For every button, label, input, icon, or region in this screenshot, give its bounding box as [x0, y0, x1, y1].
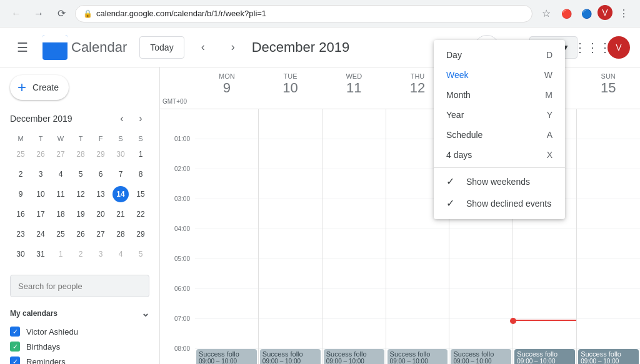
mini-cal-cell-5-1[interactable]: 31: [31, 245, 50, 263]
hour-line-3-7: [386, 319, 449, 349]
mini-cal-cell-1-2[interactable]: 4: [51, 165, 70, 184]
hour-line-0-0: [195, 109, 258, 139]
mini-cal-cell-4-4[interactable]: 27: [91, 225, 110, 243]
mini-cal-cell-5-3[interactable]: 2: [71, 245, 90, 263]
mini-cal-cell-2-3[interactable]: 12: [71, 185, 90, 204]
user-profile-browser-btn[interactable]: V: [598, 5, 612, 20]
mini-cal-cell-4-0[interactable]: 23: [11, 225, 30, 243]
mini-cal-cell-1-6[interactable]: 8: [131, 165, 150, 184]
mini-cal-cell-2-5[interactable]: 14: [111, 185, 130, 204]
mini-cal-cell-4-6[interactable]: 29: [131, 225, 150, 243]
my-calendars-label: My calendars: [10, 309, 58, 318]
event-block-4[interactable]: Success follo09:00 – 10:00: [451, 349, 511, 364]
mini-cal-cell-1-3[interactable]: 5: [71, 165, 90, 184]
day-number-0: 9: [195, 80, 259, 96]
mini-cal-cell-0-4[interactable]: 29: [91, 145, 110, 164]
create-button[interactable]: + Create: [10, 75, 69, 100]
mini-cal-cell-0-2[interactable]: 27: [51, 145, 70, 164]
mini-cal-cell-1-5[interactable]: 7: [111, 165, 130, 184]
mini-cal-cell-5-5[interactable]: 4: [111, 245, 130, 263]
menu-item-year[interactable]: YearY: [434, 105, 565, 125]
calendar-checkbox-1: ✓: [10, 342, 20, 352]
event-block-2[interactable]: Success follo09:00 – 10:00: [324, 349, 384, 364]
menu-check-item-1[interactable]: ✓Show declined events: [434, 192, 565, 214]
mini-cal-cell-5-0[interactable]: 30: [11, 245, 30, 263]
mini-cal-cell-4-3[interactable]: 26: [71, 225, 90, 243]
menu-button[interactable]: ☰: [10, 35, 35, 60]
back-button[interactable]: ←: [8, 5, 25, 22]
mini-cal-cell-0-3[interactable]: 28: [71, 145, 90, 164]
next-button[interactable]: ›: [222, 36, 244, 59]
mini-cal-cell-4-1[interactable]: 24: [31, 225, 50, 243]
mini-cal-cell-2-4[interactable]: 13: [91, 185, 110, 204]
my-calendars-chevron-icon[interactable]: ⌄: [141, 307, 149, 319]
calendar-item-0[interactable]: ✓Victor Ashiedu: [10, 324, 149, 339]
mini-cal-cell-0-1[interactable]: 26: [31, 145, 50, 164]
day-header-1[interactable]: TUE10: [259, 67, 322, 109]
mini-cal-cell-3-6[interactable]: 22: [131, 205, 150, 224]
mini-cal-cell-3-0[interactable]: 16: [11, 205, 30, 224]
mini-cal-cell-1-4[interactable]: 6: [91, 165, 110, 184]
day-header-0[interactable]: MON9: [195, 67, 259, 109]
mini-cal-cell-2-2[interactable]: 11: [51, 185, 70, 204]
calendar-item-1[interactable]: ✓Birthdays: [10, 339, 149, 354]
prev-button[interactable]: ‹: [192, 36, 214, 59]
mini-cal-cell-4-2[interactable]: 25: [51, 225, 70, 243]
search-people-input[interactable]: [10, 275, 149, 297]
mini-cal-cell-3-2[interactable]: 18: [51, 205, 70, 224]
hour-line-1-4: [259, 229, 322, 259]
hour-line-1-3: [259, 199, 322, 229]
mini-cal-cell-4-5[interactable]: 28: [111, 225, 130, 243]
avatar-initial: V: [616, 42, 621, 52]
mini-cal-cell-1-0[interactable]: 2: [11, 165, 30, 184]
mini-cal-cell-3-1[interactable]: 17: [31, 205, 50, 224]
address-bar[interactable]: 🔒 calendar.google.com/calendar/b/1/r/wee…: [75, 5, 532, 22]
mini-cal-cell-0-5[interactable]: 30: [111, 145, 130, 164]
hour-line-5-5: [513, 259, 576, 289]
forward-button[interactable]: →: [30, 5, 48, 22]
more-options-button[interactable]: ⋮: [615, 5, 632, 22]
event-block-6[interactable]: Success follo09:00 – 10:00: [578, 349, 639, 364]
mini-cal-cell-5-6[interactable]: 5: [131, 245, 150, 263]
mini-cal-cell-1-1[interactable]: 3: [31, 165, 50, 184]
hour-line-1-7: [259, 319, 322, 349]
day-header-2[interactable]: WED11: [322, 67, 386, 109]
menu-check-item-0[interactable]: ✓Show weekends: [434, 170, 565, 192]
hour-line-0-7: [195, 319, 258, 349]
mini-cal-next-button[interactable]: ›: [132, 110, 149, 127]
mini-cal-cell-0-6[interactable]: 1: [131, 145, 150, 164]
mini-cal-cell-5-2[interactable]: 1: [51, 245, 70, 263]
calendar-item-2[interactable]: ✓Reminders: [10, 354, 149, 364]
menu-item-week[interactable]: WeekW: [434, 65, 565, 85]
mini-cal-cell-3-3[interactable]: 19: [71, 205, 90, 224]
mini-cal-cell-5-4[interactable]: 3: [91, 245, 110, 263]
menu-item-day[interactable]: DayD: [434, 45, 565, 65]
menu-item-4-days[interactable]: 4 daysX: [434, 145, 565, 165]
mini-cal-cell-3-4[interactable]: 20: [91, 205, 110, 224]
mini-cal-prev-button[interactable]: ‹: [113, 110, 131, 127]
event-block-1[interactable]: Success follo09:00 – 10:00: [260, 349, 321, 364]
time-text-3: 03:00: [174, 195, 190, 202]
today-button[interactable]: Today: [139, 36, 184, 59]
mini-cal-cell-2-6[interactable]: 15: [131, 185, 150, 204]
mini-cal-cell-3-5[interactable]: 21: [111, 205, 130, 224]
apps-grid-button[interactable]: ⋮⋮⋮: [580, 35, 605, 60]
time-label-7: 07:00: [160, 319, 195, 349]
avatar[interactable]: V: [608, 36, 630, 59]
bookmark-button[interactable]: ☆: [538, 5, 555, 22]
menu-item-schedule[interactable]: ScheduleA: [434, 125, 565, 145]
hour-line-0-6: [195, 289, 258, 319]
event-block-5[interactable]: Success follo09:00 – 10:00: [514, 349, 575, 364]
event-block-3[interactable]: Success follo09:00 – 10:00: [388, 349, 448, 364]
day-header-6[interactable]: SUN15: [576, 67, 640, 109]
event-block-0[interactable]: Success follo09:00 – 10:00: [196, 349, 257, 364]
mini-cal-cell-0-0[interactable]: 25: [11, 145, 30, 164]
reload-button[interactable]: ⟳: [52, 5, 70, 22]
ext2-button[interactable]: 🔵: [578, 5, 595, 22]
day-column-2: Success follo09:00 – 10:00: [322, 109, 386, 364]
mini-cal-cell-2-0[interactable]: 9: [11, 185, 30, 204]
menu-item-month[interactable]: MonthM: [434, 85, 565, 105]
ext1-button[interactable]: 🔴: [558, 5, 575, 22]
mini-cal-cell-2-1[interactable]: 10: [31, 185, 50, 204]
hour-line-6-0: [577, 109, 640, 139]
